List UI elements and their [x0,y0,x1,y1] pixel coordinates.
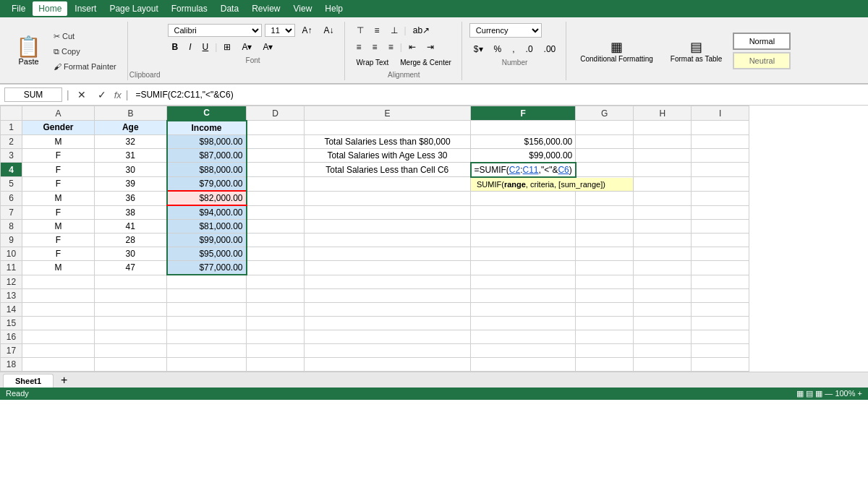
cell-A8[interactable]: M [22,220,95,234]
fill-color-button[interactable]: A▾ [237,40,256,54]
cell-B4[interactable]: 30 [95,163,167,177]
decrease-font-button[interactable]: A↓ [320,23,339,38]
right-align-button[interactable]: ≡ [384,40,398,54]
cell-B2[interactable]: 32 [95,134,167,148]
cell-C10[interactable]: $95,000.00 [167,247,247,261]
sheet-tab-1[interactable]: Sheet1 [3,374,54,388]
increase-font-button[interactable]: A↑ [298,23,317,38]
cell-F4-active[interactable]: =SUMIF(C2:C11,"<"&C6) [471,163,576,177]
cell-I5[interactable] [692,177,749,192]
number-format-select[interactable]: Currency [469,23,542,38]
row-header-13[interactable]: 13 [1,288,22,302]
cell-E1[interactable] [305,121,471,135]
conditional-formatting-button[interactable]: ▦ Conditional Formatting [574,36,660,66]
currency-button[interactable]: $▾ [469,42,488,56]
format-painter-button[interactable]: 🖌 Format Painter [48,60,122,73]
cell-H8[interactable] [634,220,692,234]
cell-C3[interactable]: $87,000.00 [167,148,247,163]
cell-G10[interactable] [576,247,634,261]
bold-button[interactable]: B [168,40,183,54]
cell-C9[interactable]: $99,000.00 [167,234,247,247]
col-header-H[interactable]: H [634,106,692,121]
menu-page-layout[interactable]: Page Layout [103,1,163,16]
merge-center-button[interactable]: Merge & Center [396,56,456,69]
cell-E2[interactable]: Total Salaries Less than $80,000 [305,134,471,148]
menu-view[interactable]: View [288,1,318,16]
cell-A3[interactable]: F [22,148,95,163]
row-header-3[interactable]: 3 [1,148,22,163]
sheet-container[interactable]: A B C D E F G H I 1 Gender Age Income [0,106,868,372]
col-header-I[interactable]: I [692,106,749,121]
copy-button[interactable]: ⧉ Copy [48,45,122,59]
row-header-17[interactable]: 17 [1,343,22,357]
col-header-E[interactable]: E [305,106,471,121]
format-as-table-button[interactable]: ▤ Format as Table [664,36,729,66]
cell-F11[interactable] [471,261,576,275]
name-box[interactable] [4,87,62,102]
bottom-align-button[interactable]: ⊥ [386,23,402,38]
indent-increase-button[interactable]: ⇥ [422,40,438,54]
cell-D3[interactable] [247,148,305,163]
normal-style-button[interactable]: Normal [733,33,791,50]
font-size-select[interactable]: 11 [265,24,295,37]
cell-G4[interactable] [576,163,634,177]
left-align-button[interactable]: ≡ [352,40,366,54]
cell-E10[interactable] [305,247,471,261]
cell-A7[interactable]: F [22,205,95,220]
cell-A2[interactable]: M [22,134,95,148]
cell-E4[interactable]: Total Salaries Less than Cell C6 [305,163,471,177]
cell-B1[interactable]: Age [95,121,167,135]
cell-A6[interactable]: M [22,191,95,205]
menu-formulas[interactable]: Formulas [166,1,213,16]
row-header-10[interactable]: 10 [1,247,22,261]
cell-C7[interactable]: $94,000.00 [167,205,247,220]
percent-button[interactable]: % [490,42,506,56]
cell-F1[interactable] [471,121,576,135]
center-align-button[interactable]: ≡ [368,40,382,54]
cell-D6[interactable] [247,191,305,205]
cell-C8[interactable]: $81,000.00 [167,220,247,234]
row-header-4[interactable]: 4 [1,163,22,177]
cell-B5[interactable]: 39 [95,177,167,192]
cell-D9[interactable] [247,234,305,247]
cell-G1[interactable] [576,121,634,135]
cell-B7[interactable]: 38 [95,205,167,220]
cell-H10[interactable] [634,247,692,261]
cell-D11[interactable] [247,261,305,275]
cell-B8[interactable]: 41 [95,220,167,234]
cell-I1[interactable] [692,121,749,135]
cell-C1[interactable]: Income [167,121,247,135]
cancel-formula-button[interactable]: ✕ [74,87,90,103]
col-header-G[interactable]: G [576,106,634,121]
cell-B6[interactable]: 36 [95,191,167,205]
row-header-7[interactable]: 7 [1,205,22,220]
cell-E8[interactable] [305,220,471,234]
cell-I10[interactable] [692,247,749,261]
cell-F6[interactable] [471,191,576,205]
cell-E5[interactable] [305,177,471,192]
col-header-D[interactable]: D [247,106,305,121]
cell-H9[interactable] [634,234,692,247]
border-button[interactable]: ⊞ [219,40,235,54]
cell-F3[interactable]: $99,000.00 [471,148,576,163]
cell-F8[interactable] [471,220,576,234]
cell-D2[interactable] [247,134,305,148]
cell-E11[interactable] [305,261,471,275]
cell-B9[interactable]: 28 [95,234,167,247]
cell-G11[interactable] [576,261,634,275]
cell-G7[interactable] [576,205,634,220]
cell-H7[interactable] [634,205,692,220]
menu-help[interactable]: Help [319,1,349,16]
menu-insert[interactable]: Insert [69,1,102,16]
cell-B3[interactable]: 31 [95,148,167,163]
cell-G8[interactable] [576,220,634,234]
wrap-text-button[interactable]: Wrap Text [352,56,393,69]
indent-decrease-button[interactable]: ⇤ [404,40,420,54]
row-header-6[interactable]: 6 [1,191,22,205]
cell-E6[interactable] [305,191,471,205]
cell-E9[interactable] [305,234,471,247]
cell-H2[interactable] [634,134,692,148]
cell-F10[interactable] [471,247,576,261]
cell-C4[interactable]: $88,000.00 [167,163,247,177]
menu-data[interactable]: Data [215,1,244,16]
